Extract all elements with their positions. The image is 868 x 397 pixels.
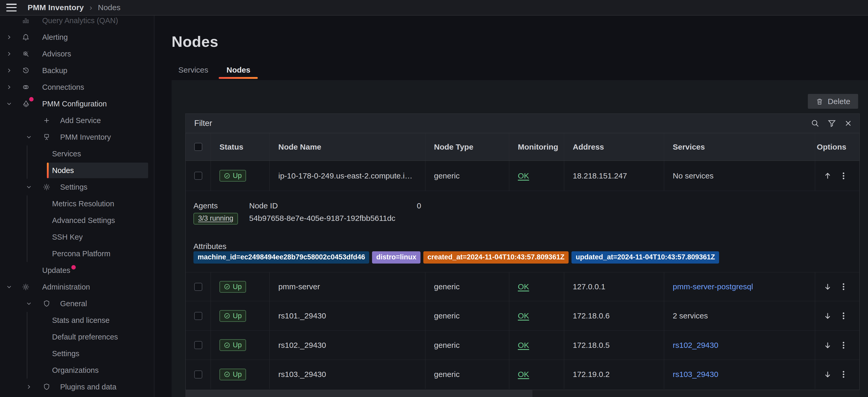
select-all-checkbox[interactable] bbox=[194, 143, 202, 151]
chevron-right-icon[interactable] bbox=[6, 34, 12, 41]
expanded-row-details: Agents Node ID 0 3/3 running 54b97658-8e… bbox=[186, 191, 860, 272]
hamburger-menu-icon[interactable] bbox=[6, 4, 17, 11]
sidebar-item-alerting[interactable]: Alerting bbox=[0, 29, 154, 45]
service-link[interactable]: rs102_29430 bbox=[673, 341, 718, 350]
sidebar-item-label: SSH Key bbox=[52, 233, 83, 241]
monitoring-ok-link[interactable]: OK bbox=[518, 311, 529, 320]
kebab-menu-icon[interactable] bbox=[839, 311, 848, 320]
kebab-menu-icon[interactable] bbox=[839, 282, 848, 291]
collapse-row-arrow-up-icon[interactable] bbox=[823, 171, 832, 180]
expand-row-arrow-down-icon[interactable] bbox=[823, 282, 832, 291]
sidebar-item-services[interactable]: Services bbox=[0, 145, 154, 162]
sidebar-item-label: Metrics Resolution bbox=[52, 200, 114, 208]
sidebar-item-updates[interactable]: Updates bbox=[0, 262, 154, 278]
delete-button[interactable]: Delete bbox=[808, 94, 858, 109]
nav-group-guide-line bbox=[27, 145, 27, 179]
node-type: generic bbox=[426, 272, 509, 301]
expand-row-arrow-down-icon[interactable] bbox=[823, 311, 832, 321]
column-header-monitoring[interactable]: Monitoring bbox=[509, 133, 564, 161]
table-row-rs103[interactable]: Up rs103._29430 generic OK 172.19.0.2 rs… bbox=[186, 360, 860, 389]
history-icon bbox=[22, 67, 30, 74]
sidebar-item-connections[interactable]: Connections bbox=[0, 79, 154, 96]
node-id-label: Node ID bbox=[249, 201, 278, 210]
row-checkbox[interactable] bbox=[194, 341, 202, 349]
table-row-rs102[interactable]: Up rs102._29430 generic OK 172.18.0.5 rs… bbox=[186, 331, 860, 360]
sidebar-item-ssh-key[interactable]: SSH Key bbox=[0, 229, 154, 245]
agents-running-badge[interactable]: 3/3 running bbox=[193, 213, 238, 225]
kebab-menu-icon[interactable] bbox=[839, 171, 848, 180]
sidebar-item-label: Advanced Settings bbox=[52, 216, 115, 225]
sidebar-item-settings[interactable]: Settings bbox=[0, 179, 154, 195]
column-header-node-type[interactable]: Node Type bbox=[426, 133, 509, 161]
column-header-node-name[interactable]: Node Name bbox=[270, 133, 426, 161]
sidebar-item-plugins-and-data[interactable]: Plugins and data bbox=[0, 378, 154, 395]
monitoring-ok-link[interactable]: OK bbox=[518, 282, 529, 291]
tab-services[interactable]: Services bbox=[178, 66, 208, 74]
sidebar-item-add-service[interactable]: Add Service bbox=[0, 112, 154, 129]
sidebar-item-nodes[interactable]: Nodes bbox=[0, 162, 154, 179]
sidebar-item-label: Administration bbox=[42, 283, 90, 291]
sidebar-item-pmm-inventory[interactable]: PMM Inventory bbox=[0, 129, 154, 145]
check-circle-icon bbox=[224, 283, 230, 290]
sidebar-item-advanced-settings[interactable]: Advanced Settings bbox=[0, 212, 154, 229]
rings-icon bbox=[22, 83, 30, 91]
chevron-right-icon[interactable] bbox=[26, 384, 32, 390]
tab-nodes[interactable]: Nodes bbox=[226, 66, 250, 74]
sidebar-item-pmm-configuration[interactable]: PMM Configuration bbox=[0, 96, 154, 112]
chevron-down-icon[interactable] bbox=[26, 184, 32, 191]
service-link[interactable]: rs103_29430 bbox=[673, 370, 718, 379]
sidebar-item-administration[interactable]: Administration bbox=[0, 278, 154, 295]
sidebar-item-stats-and-license[interactable]: Stats and license bbox=[0, 312, 154, 329]
chevron-right-icon[interactable] bbox=[6, 67, 12, 74]
node-name: rs102._29430 bbox=[270, 331, 426, 360]
monitoring-ok-link[interactable]: OK bbox=[518, 171, 529, 180]
service-link[interactable]: pmm-server-postgresql bbox=[673, 282, 753, 291]
table-row-pmm-server[interactable]: Up pmm-server generic OK 127.0.0.1 pmm-s… bbox=[186, 272, 860, 301]
chevron-down-icon[interactable] bbox=[26, 134, 32, 140]
monitoring-ok-link[interactable]: OK bbox=[518, 370, 529, 379]
sidebar-item-settings-general[interactable]: Settings bbox=[0, 345, 154, 362]
monitoring-ok-link[interactable]: OK bbox=[518, 341, 529, 350]
scrollbar-thumb[interactable] bbox=[185, 390, 532, 397]
sidebar-item-default-preferences[interactable]: Default preferences bbox=[0, 329, 154, 345]
chevron-down-icon[interactable] bbox=[26, 300, 32, 307]
status-badge: Up bbox=[219, 281, 246, 293]
column-header-status[interactable]: Status bbox=[211, 133, 270, 161]
sidebar-item-general[interactable]: General bbox=[0, 295, 154, 312]
table-row-ip-10-178-0-249[interactable]: Up ip-10-178-0-249.us-east-2.compute.i… … bbox=[186, 161, 860, 191]
bar-chart-icon bbox=[22, 16, 30, 25]
sidebar-item-label: Add Service bbox=[60, 116, 101, 125]
funnel-icon[interactable] bbox=[827, 119, 837, 128]
chevron-down-icon[interactable] bbox=[6, 284, 12, 290]
expand-row-arrow-down-icon[interactable] bbox=[823, 340, 832, 350]
sidebar-item-advisors[interactable]: Advisors bbox=[0, 45, 154, 62]
node-name: pmm-server bbox=[270, 272, 426, 301]
close-icon[interactable] bbox=[844, 119, 852, 128]
sidebar-item-backup[interactable]: Backup bbox=[0, 62, 154, 79]
table-row-rs101[interactable]: Up rs101._29430 generic OK 172.18.0.6 2 … bbox=[186, 301, 860, 331]
chevron-down-icon[interactable] bbox=[6, 100, 12, 107]
notification-dot bbox=[29, 97, 34, 101]
sidebar-item-metrics-resolution[interactable]: Metrics Resolution bbox=[0, 195, 154, 212]
row-checkbox[interactable] bbox=[194, 172, 202, 180]
check-circle-icon bbox=[224, 342, 230, 349]
table-horizontal-scrollbar bbox=[185, 390, 860, 397]
chevron-right-icon[interactable] bbox=[6, 84, 12, 91]
column-header-services[interactable]: Services bbox=[664, 133, 815, 161]
sidebar-item-organizations[interactable]: Organizations bbox=[0, 362, 154, 378]
row-checkbox[interactable] bbox=[194, 370, 202, 378]
search-icon[interactable] bbox=[810, 119, 820, 128]
column-header-address[interactable]: Address bbox=[564, 133, 664, 161]
expand-row-arrow-down-icon[interactable] bbox=[823, 370, 832, 379]
row-checkbox[interactable] bbox=[194, 283, 202, 291]
kebab-menu-icon[interactable] bbox=[839, 341, 848, 350]
chevron-right-icon[interactable] bbox=[6, 51, 12, 57]
nodes-panel: Delete Filter bbox=[172, 80, 868, 397]
sidebar-item-label: Services bbox=[52, 150, 81, 158]
sidebar-item-percona-platform[interactable]: Percona Platform bbox=[0, 245, 154, 262]
breadcrumb-pmm-inventory[interactable]: PMM Inventory bbox=[28, 3, 84, 12]
sidebar-item-label: Updates bbox=[42, 266, 70, 275]
check-circle-icon bbox=[224, 172, 230, 179]
row-checkbox[interactable] bbox=[194, 312, 202, 320]
kebab-menu-icon[interactable] bbox=[839, 370, 848, 379]
